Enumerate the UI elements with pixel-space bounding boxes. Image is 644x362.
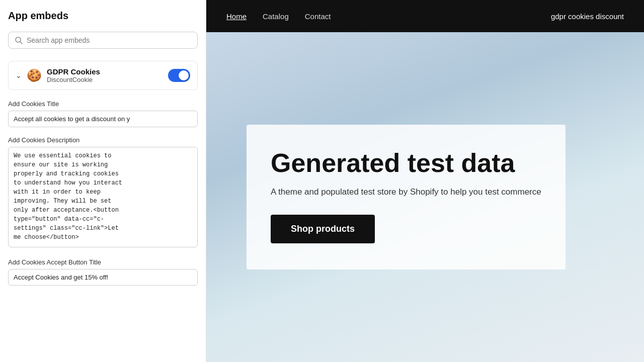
embed-toggle[interactable] — [168, 69, 190, 82]
shop-products-button[interactable]: Shop products — [271, 215, 375, 243]
hero-subtitle: A theme and populated test store by Shop… — [271, 186, 541, 199]
svg-line-1 — [20, 42, 22, 44]
chevron-down-icon[interactable]: ⌄ — [16, 71, 22, 79]
cookies-title-input[interactable] — [8, 111, 198, 127]
embed-name: GDPR Cookies — [47, 67, 163, 76]
cookies-desc-label: Add Cookies Description — [8, 136, 198, 144]
search-input[interactable] — [27, 36, 191, 44]
cookies-title-label: Add Cookies Title — [8, 100, 198, 108]
accept-btn-label: Add Cookies Accept Button Title — [8, 258, 198, 266]
nav-link-home[interactable]: Home — [226, 12, 247, 21]
nav-link-catalog[interactable]: Catalog — [263, 12, 289, 21]
accept-btn-input[interactable] — [8, 269, 198, 286]
toggle-thumb — [179, 70, 189, 80]
panel-title: App embeds — [8, 10, 198, 22]
nav-brand: gdpr cookies discount — [551, 12, 624, 21]
right-panel: Home Catalog Contact gdpr cookies discou… — [206, 0, 644, 362]
hero-card: Generated test data A theme and populate… — [247, 125, 566, 269]
search-icon — [15, 36, 23, 44]
embed-item: ⌄ 🍪 GDPR Cookies DiscountCookie — [8, 61, 198, 90]
embed-header: ⌄ 🍪 GDPR Cookies DiscountCookie — [16, 67, 190, 83]
hero-section: Generated test data A theme and populate… — [206, 32, 644, 362]
cookie-icon: 🍪 — [27, 68, 42, 82]
cookies-desc-field: Add Cookies Description — [8, 136, 198, 258]
embed-sub: DiscountCookie — [47, 76, 163, 83]
site-nav: Home Catalog Contact gdpr cookies discou… — [206, 0, 644, 32]
search-box — [8, 32, 198, 49]
nav-link-contact[interactable]: Contact — [305, 12, 331, 21]
left-panel: App embeds ⌄ 🍪 GDPR Cookies DiscountCook… — [0, 0, 206, 362]
cookies-desc-textarea[interactable] — [8, 147, 198, 247]
accept-btn-field: Add Cookies Accept Button Title — [8, 258, 198, 295]
nav-links: Home Catalog Contact — [226, 12, 551, 21]
hero-title: Generated test data — [271, 149, 541, 177]
embed-info: GDPR Cookies DiscountCookie — [47, 67, 163, 83]
cookies-title-field: Add Cookies Title — [8, 100, 198, 136]
